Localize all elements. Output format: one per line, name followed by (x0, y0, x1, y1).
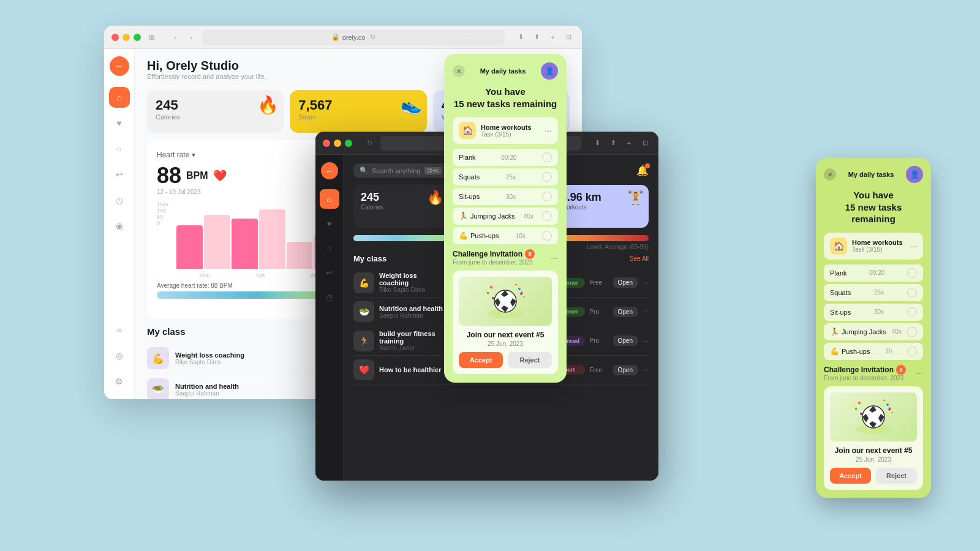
sidebar-item-settings[interactable]: ⚙ (109, 371, 130, 392)
dark-extensions-icon[interactable]: ⊡ (639, 137, 651, 149)
dark-accept-button[interactable]: Accept (830, 468, 871, 484)
sidebar-toggle-icon[interactable]: ⊞ (146, 31, 158, 43)
maximize-button[interactable] (134, 34, 141, 41)
daily-tasks-modal-light: ✕ My daily tasks 👤 You have 15 new tasks… (444, 54, 567, 383)
task-checkbox-3[interactable] (542, 192, 552, 201)
task-checkbox-4[interactable] (542, 211, 552, 221)
task-category-more[interactable]: ··· (545, 126, 552, 135)
download-icon[interactable]: ⬇ (514, 31, 527, 43)
dark-open-button-3[interactable]: Open (613, 335, 638, 346)
sidebar-item-chat[interactable]: ◉ (109, 216, 130, 236)
dark-logo[interactable]: ← (321, 162, 338, 179)
dark-challenge-header: Challenge Invitation 8 From june to dece… (824, 365, 923, 381)
dark-task-category-card: 🏠 Home workouts Task (3/15) ··· (824, 233, 923, 260)
challenge-image: ★ ✦ ✦ (459, 277, 552, 326)
back-button-dark[interactable]: ↻ (363, 137, 375, 149)
sidebar-item-stats[interactable]: ≈ (109, 320, 130, 340)
dark-class-info-1: Weight loss coaching Riko Sapto Dimo (379, 272, 448, 293)
sidebar-item-location[interactable]: ◎ (109, 345, 130, 366)
dark-challenge-left: Challenge Invitation 8 From june to dece… (824, 365, 906, 381)
task-checkbox-1[interactable] (542, 152, 552, 162)
dark-sidebar-timer[interactable]: ○ (320, 238, 339, 258)
dark-modal-close-button[interactable]: ✕ (824, 168, 836, 181)
bar-group-mon (176, 201, 230, 269)
dark-notification-button[interactable]: 🔔 (636, 165, 649, 176)
list-item: 💪 Push-ups 10x (453, 227, 558, 244)
dark-sidebar-heart[interactable]: ♥ (320, 214, 339, 233)
titlebar-light: ⊞ ‹ › 🔒 orely.co ↻ ⬇ ⬆ + ⊡ (104, 26, 582, 49)
task-category-sub: Task (3/15) (481, 131, 540, 138)
dark-task-checkbox-2[interactable] (907, 288, 917, 298)
task-category-info: Home workouts Task (3/15) (481, 124, 540, 138)
minimize-button-dark[interactable] (334, 140, 341, 147)
svg-text:✦: ✦ (891, 411, 894, 414)
dark-sidebar-home[interactable]: ⌂ (320, 189, 339, 209)
dark-sidebar-history[interactable]: ↩ (320, 263, 339, 282)
accept-button[interactable]: Accept (459, 352, 503, 368)
steps-card: 7,567 Steps 👟 (290, 90, 426, 133)
dark-share-icon[interactable]: ⬆ (607, 137, 619, 149)
forward-button[interactable]: › (185, 31, 197, 43)
dark-open-button-4[interactable]: Open (613, 365, 638, 375)
modal-close-button[interactable]: ✕ (453, 65, 465, 77)
extensions-icon[interactable]: ⊡ (562, 31, 575, 43)
sidebar-item-timer[interactable]: ○ (109, 138, 130, 159)
close-button-dark[interactable] (323, 140, 330, 147)
maximize-button-dark[interactable] (345, 140, 352, 147)
close-button[interactable] (111, 34, 119, 41)
share-icon[interactable]: ⬆ (530, 31, 543, 43)
dark-more-3[interactable]: ··· (643, 337, 649, 345)
sidebar-item-heart[interactable]: ♥ (109, 113, 130, 133)
reject-button[interactable]: Reject (508, 352, 552, 368)
svg-text:✦: ✦ (514, 283, 518, 287)
modal-title-label: My daily tasks (480, 67, 526, 75)
address-bar[interactable]: 🔒 orely.co ↻ (202, 30, 505, 45)
dark-task-checkbox-5[interactable] (907, 347, 917, 356)
add-tab-icon[interactable]: + (546, 31, 559, 43)
heart-icon: ❤️ (213, 169, 227, 182)
dark-more-1[interactable]: ··· (643, 279, 649, 287)
traffic-lights (111, 34, 141, 41)
sidebar-item-camera[interactable]: ◷ (109, 190, 130, 211)
dark-search-bar[interactable]: 🔍 Search anything ⌘+K (353, 163, 448, 178)
dark-download-icon[interactable]: ⬇ (591, 137, 603, 149)
refresh-icon: ↻ (370, 33, 375, 41)
dark-task-cat-more[interactable]: ··· (910, 241, 917, 251)
dark-class-name-1: Weight loss coaching (379, 272, 448, 287)
dark-challenge-more-button[interactable]: ··· (916, 368, 923, 378)
dark-task-checkbox-1[interactable] (907, 268, 917, 278)
dark-open-button-1[interactable]: Open (613, 277, 638, 288)
dark-class-author-3: Naomi Javier (379, 345, 448, 351)
challenge-more-button[interactable]: ··· (551, 253, 558, 263)
dark-sidebar-camera[interactable]: ◷ (320, 287, 339, 307)
dark-more-4[interactable]: ··· (643, 365, 649, 374)
dark-open-button-2[interactable]: Open (613, 307, 638, 317)
dark-soccer-illustration: ★ ✦ ✦ (849, 395, 898, 438)
chart-y-axis: 150+ 100 50 0 (157, 201, 169, 226)
dark-notif-dot (645, 163, 650, 168)
dark-see-all-link[interactable]: See All (630, 255, 649, 262)
dark-task-checkbox-4[interactable] (907, 327, 917, 337)
dark-task-checkbox-3[interactable] (907, 307, 917, 317)
task-checkbox-2[interactable] (542, 172, 552, 182)
dark-class-price-3: Pro (590, 337, 608, 344)
minimize-button[interactable] (123, 34, 130, 41)
back-button[interactable]: ‹ (169, 31, 181, 43)
class-thumbnail-2: 🥗 (147, 378, 169, 399)
sidebar-item-home[interactable]: ⌂ (109, 87, 130, 108)
bar-group-tue (232, 201, 285, 269)
sidebar-item-history[interactable]: ↩ (109, 164, 130, 185)
task-checkbox-5[interactable] (542, 231, 552, 241)
svg-point-6 (492, 297, 494, 299)
dark-reject-button[interactable]: Reject (876, 468, 917, 484)
dark-more-2[interactable]: ··· (643, 307, 649, 316)
dark-add-tab-icon[interactable]: + (623, 137, 635, 149)
svg-rect-2 (489, 285, 492, 288)
list-item: Plank 00:20 (453, 149, 558, 166)
sidebar-logo[interactable]: ← (110, 56, 129, 76)
dark-class-thumb-4: ❤️ (353, 359, 374, 380)
heart-rate-text: Heart rate (157, 151, 189, 159)
dark-class-info-2: Nutrition and health Saepul Rahman (379, 305, 448, 319)
dark-jumping-jacks-icon: 🏃 (830, 328, 839, 336)
list-item: 🏃 Jumping Jacks 40x (824, 323, 923, 340)
